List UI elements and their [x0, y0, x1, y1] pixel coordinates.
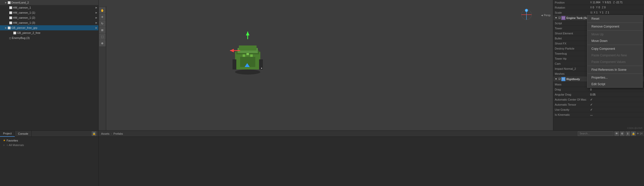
arrow-icon: ▶ [5, 1, 7, 4]
hierarchy-item-hm-cannon1[interactable]: ⬜ HM_cannon_1 ▶ [0, 5, 98, 10]
scene-canvas[interactable]: Z ◄ Persp [99, 6, 553, 130]
hierarchy-item-hm-cannon1-2[interactable]: ⬜ HM_cannon_1 (2) ▶ [0, 15, 98, 20]
svg-rect-12 [259, 59, 263, 69]
is-kinematic-label: Is Kinematic [555, 113, 590, 116]
bottom-tabs: Project Console 🔒 [0, 131, 98, 137]
context-menu: Reset Remove Component Move Up Move Down… [587, 15, 643, 88]
scale-z-value: 1 [608, 11, 609, 14]
pos-z-label: Z [613, 1, 615, 4]
assets-toolbar: Assets › Prefabs 👁 ⚙ ℹ 🔒 👁 14 [99, 131, 644, 137]
context-find-refs-button[interactable]: Find References In Scene [587, 66, 642, 73]
hierarchy-item-label: EnemyBug (3) [12, 36, 30, 39]
arrow-icon: ▶ [5, 27, 7, 29]
pos-y-label: Y [602, 1, 604, 4]
rb-arrow-icon: ▼ [555, 78, 557, 80]
prefab-icon: ⬜ [9, 16, 12, 19]
search-input[interactable] [578, 131, 613, 136]
tab-project[interactable]: Project [0, 131, 15, 137]
hierarchy-item-gb-piercer[interactable]: ▶ ⬜ GB_piercer_free_grp ▶ [0, 25, 98, 30]
auto-center-value: ✓ [590, 98, 642, 101]
prefab-icon: ⬜ [9, 6, 12, 9]
scale-y-value: 1 [602, 11, 604, 14]
section-arrow-icon: ▼ [555, 16, 557, 19]
settings-icon[interactable]: ⚙ [620, 131, 625, 136]
position-row: Position X 11.864 Y 9.521 Z -22.71 [553, 0, 644, 5]
tower-label: Tower [555, 27, 590, 30]
svg-rect-11 [233, 59, 236, 69]
context-edit-script-button[interactable]: Edit Script [587, 81, 642, 87]
tower-hp-label: Tower Hp [555, 57, 590, 60]
pos-y-value: 9.521 [605, 1, 611, 4]
cam-label: Cam [555, 62, 590, 65]
lock-icon[interactable]: 🔒 [92, 131, 96, 136]
meshes-label: Meshes [555, 72, 590, 75]
hierarchy-item-hm-cannon1-1[interactable]: ⬜ HM_cannon_1 (1) ▶ [0, 10, 98, 15]
lock-icon[interactable]: 🔒 [631, 131, 636, 136]
context-move-up-button: Move Up [587, 31, 642, 38]
use-gravity-label: Use Gravity [555, 108, 590, 111]
context-move-down-button[interactable]: Move Down [587, 38, 642, 44]
drag-row: Drag 0 [553, 87, 644, 92]
favorites-header: ★ Favorites [1, 138, 97, 143]
count-area: 👁 14 [637, 132, 642, 135]
svg-marker-20 [230, 49, 234, 52]
prefab-icon: ⬜ [9, 21, 12, 24]
position-values: X 11.864 Y 9.521 Z -22.71 [590, 1, 642, 4]
checkbox-icon: ☑ [558, 16, 561, 19]
pos-x-label: X [590, 1, 592, 4]
auto-center-row: Automatic Center Of Mas: ✓ [553, 97, 644, 102]
asset-count: 14 [640, 132, 642, 135]
script-icon: C# [561, 16, 565, 20]
auto-tensor-row: Automatic Tensor ✓ [553, 102, 644, 107]
hierarchy-item-hm-cannon1-3[interactable]: ⬜ HM_cannon_1 (3) ▶ [0, 20, 98, 25]
bottom-content: ★ Favorites ○ ○ All Materials [0, 137, 98, 186]
bottom-right-panel: Assets › Prefabs 👁 ⚙ ℹ 🔒 👁 14 [99, 131, 644, 186]
all-materials-item[interactable]: ○ ○ All Materials [1, 143, 97, 147]
arrow-right-icon: ▶ [96, 11, 97, 14]
use-gravity-row: Use Gravity ✓ [553, 107, 644, 112]
context-reset-button[interactable]: Reset [587, 15, 642, 22]
scale-lock-icon: ⛓ [590, 11, 593, 14]
watermark: CSDN @iATeR [627, 127, 642, 129]
hierarchy-item-gb-piercer2[interactable]: ⬜ GB_piercer_2_free [0, 30, 98, 35]
context-copy-button[interactable]: Copy Component [587, 45, 642, 52]
use-gravity-value: ✓ [590, 108, 642, 111]
hierarchy-item-label: DesertLand_2 [11, 1, 29, 4]
drag-value: 0 [590, 88, 642, 91]
scale-y-label: Y [600, 11, 601, 14]
context-remove-button[interactable]: Remove Component [587, 23, 642, 30]
arrow-right-icon: ▶ [96, 16, 97, 19]
bottom-tab-actions: 🔒 [90, 131, 98, 136]
svg-rect-9 [239, 45, 257, 51]
scene-object [225, 32, 270, 77]
bullet-label: Bullet [555, 37, 590, 40]
assets-folder: Prefabs [113, 132, 123, 135]
arrow-right-icon: ▶ [96, 6, 97, 9]
bottom-panel: Project Console 🔒 ★ Favorites ○ ○ All Ma… [0, 130, 644, 186]
impact-normal-label: Impact Normal_2 [555, 67, 590, 70]
auto-tensor-value: ✓ [590, 103, 642, 106]
tab-console[interactable]: Console [15, 131, 31, 137]
auto-center-label: Automatic Center Of Mas: [555, 98, 590, 101]
rotation-label: Rotation [555, 6, 590, 9]
scale-values: X 1 Y 1 Z 1 [594, 11, 642, 14]
info-icon[interactable]: ℹ [626, 131, 630, 136]
separator-1 [587, 22, 642, 23]
drag-label: Drag [555, 88, 590, 91]
destroy-particle-label: Destroy Particle [555, 47, 590, 50]
axis-gizmo: Z [520, 8, 533, 21]
scene-view[interactable]: ✋ ✛ ↻ ⊞ ⬚ ⊕ Z ◄ Persp [99, 0, 553, 130]
hierarchy-item-desertland2[interactable]: ▶ ⬜ DesertLand_2 [0, 0, 98, 5]
scale-z-label: Z [605, 11, 607, 14]
angular-drag-label: Angular Drag [555, 93, 590, 96]
script-label: Script [555, 22, 590, 25]
context-properties-button[interactable]: Properties... [587, 74, 642, 81]
eye-icon[interactable]: 👁 [614, 131, 619, 136]
position-label: Position [555, 1, 590, 4]
rb-checkbox-icon: ☑ [558, 77, 561, 81]
hierarchy-item-enemybug[interactable]: ◻ EnemyBug (3) [0, 35, 98, 40]
prefab-icon: ⬜ [8, 1, 11, 4]
assets-path: Assets › Prefabs [100, 131, 124, 136]
scale-label: Scale [555, 11, 590, 14]
svg-marker-18 [246, 32, 249, 35]
